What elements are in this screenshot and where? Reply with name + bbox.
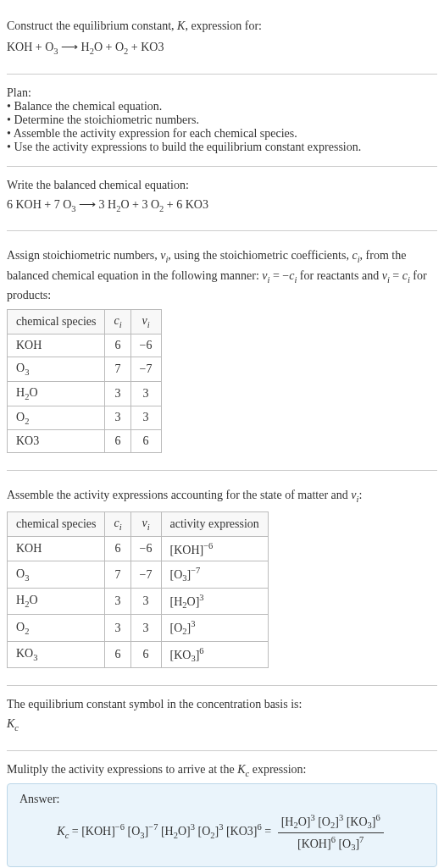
activity-section: Assemble the activity expressions accoun…: [7, 476, 437, 680]
cell-ci: 7: [105, 561, 130, 588]
symbol-section: The equilibrium constant symbol in the c…: [7, 691, 437, 745]
plan-item: • Use the activity expressions to build …: [7, 141, 437, 154]
cell-vi: 3: [130, 588, 161, 614]
cell-species: KO3: [8, 430, 105, 453]
table-row: O2 3 3: [8, 406, 162, 430]
cell-activity: [H2O]3: [161, 588, 268, 614]
cell-species: O2: [8, 406, 105, 430]
answer-lhs: Kc = [KOH]−6 [O3]−7 [H2O]3 [O2]3 [KO3]6 …: [57, 825, 274, 838]
cell-species: KO3: [8, 641, 105, 667]
table-header-row: chemical species ci νi activity expressi…: [8, 511, 269, 536]
cell-vi: −7: [130, 357, 161, 381]
table-row: O2 3 3 [O2]3: [8, 615, 269, 641]
header-section: Construct the equilibrium constant, K, e…: [7, 7, 437, 69]
cell-vi: 6: [130, 430, 161, 453]
cell-species: KOH: [8, 334, 105, 357]
col-activity: activity expression: [161, 511, 268, 536]
activity-table: chemical species ci νi activity expressi…: [7, 511, 269, 668]
cell-ci: 6: [105, 641, 130, 667]
answer-box: Answer: Kc = [KOH]−6 [O3]−7 [H2O]3 [O2]3…: [7, 783, 437, 867]
table-row: KOH 6 −6 [KOH]−6: [8, 536, 269, 561]
plan-item: • Assemble the activity expression for e…: [7, 127, 437, 141]
cell-activity: [KO3]6: [161, 641, 268, 667]
stoich-section: Assign stoichiometric numbers, νi, using…: [7, 236, 437, 465]
symbol-line1: The equilibrium constant symbol in the c…: [7, 698, 437, 711]
multiply-line: Mulitply the activity expressions to arr…: [7, 763, 437, 778]
answer-label: Answer:: [19, 793, 425, 806]
cell-activity: [O3]−7: [161, 561, 268, 588]
divider: [7, 230, 437, 231]
cell-ci: 7: [105, 357, 130, 381]
answer-fraction: [H2O]3 [O2]3 [KO3]6 [KOH]6 [O3]7: [278, 811, 384, 854]
col-ci: ci: [105, 511, 130, 536]
divider: [7, 470, 437, 471]
cell-species: O3: [8, 561, 105, 588]
divider: [7, 74, 437, 75]
col-vi: νi: [130, 310, 161, 334]
plan-item: • Balance the chemical equation.: [7, 100, 437, 113]
cell-activity: [KOH]−6: [161, 536, 268, 561]
table-row: KO3 6 6 [KO3]6: [8, 641, 269, 667]
cell-vi: 3: [130, 406, 161, 430]
divider: [7, 166, 437, 167]
plan-item: • Determine the stoichiometric numbers.: [7, 113, 437, 127]
cell-species: O3: [8, 357, 105, 381]
header-equation: KOH + O3 ⟶ H2O + O2 + KO3: [7, 38, 437, 58]
table-row: H2O 3 3: [8, 381, 162, 406]
divider: [7, 685, 437, 686]
cell-ci: 6: [105, 334, 130, 357]
symbol-line2: Kc: [7, 715, 437, 735]
cell-vi: 3: [130, 381, 161, 406]
table-header-row: chemical species ci νi: [8, 310, 162, 334]
header-line1: Construct the equilibrium constant, K, e…: [7, 17, 437, 35]
cell-ci: 3: [105, 615, 130, 641]
cell-species: H2O: [8, 381, 105, 406]
cell-species: O2: [8, 615, 105, 641]
cell-vi: 6: [130, 641, 161, 667]
fraction-numerator: [H2O]3 [O2]3 [KO3]6: [278, 811, 384, 833]
plan-section: Plan: • Balance the chemical equation. •…: [7, 80, 437, 161]
cell-ci: 3: [105, 588, 130, 614]
table-row: O3 7 −7 [O3]−7: [8, 561, 269, 588]
stoich-intro: Assign stoichiometric numbers, νi, using…: [7, 246, 437, 304]
table-row: KOH 6 −6: [8, 334, 162, 357]
balanced-title: Write the balanced chemical equation:: [7, 179, 437, 192]
table-row: O3 7 −7: [8, 357, 162, 381]
balanced-section: Write the balanced chemical equation: 6 …: [7, 172, 437, 226]
cell-vi: 3: [130, 615, 161, 641]
multiply-section: Mulitply the activity expressions to arr…: [7, 756, 437, 868]
cell-species: KOH: [8, 536, 105, 561]
cell-vi: −7: [130, 561, 161, 588]
cell-species: H2O: [8, 588, 105, 614]
cell-ci: 3: [105, 406, 130, 430]
col-species: chemical species: [8, 310, 105, 334]
col-ci: ci: [105, 310, 130, 334]
col-vi: νi: [130, 511, 161, 536]
cell-ci: 3: [105, 381, 130, 406]
stoich-table: chemical species ci νi KOH 6 −6 O3 7 −7 …: [7, 309, 162, 453]
col-species: chemical species: [8, 511, 105, 536]
cell-activity: [O2]3: [161, 615, 268, 641]
table-row: H2O 3 3 [H2O]3: [8, 588, 269, 614]
divider: [7, 750, 437, 751]
cell-vi: −6: [130, 334, 161, 357]
cell-vi: −6: [130, 536, 161, 561]
plan-title: Plan:: [7, 86, 437, 100]
answer-expression: Kc = [KOH]−6 [O3]−7 [H2O]3 [O2]3 [KO3]6 …: [19, 811, 425, 854]
activity-intro: Assemble the activity expressions accoun…: [7, 486, 437, 506]
table-row: KO3 6 6: [8, 430, 162, 453]
fraction-denominator: [KOH]6 [O3]7: [278, 833, 384, 854]
balanced-equation: 6 KOH + 7 O3 ⟶ 3 H2O + 3 O2 + 6 KO3: [7, 196, 437, 216]
cell-ci: 6: [105, 430, 130, 453]
cell-ci: 6: [105, 536, 130, 561]
